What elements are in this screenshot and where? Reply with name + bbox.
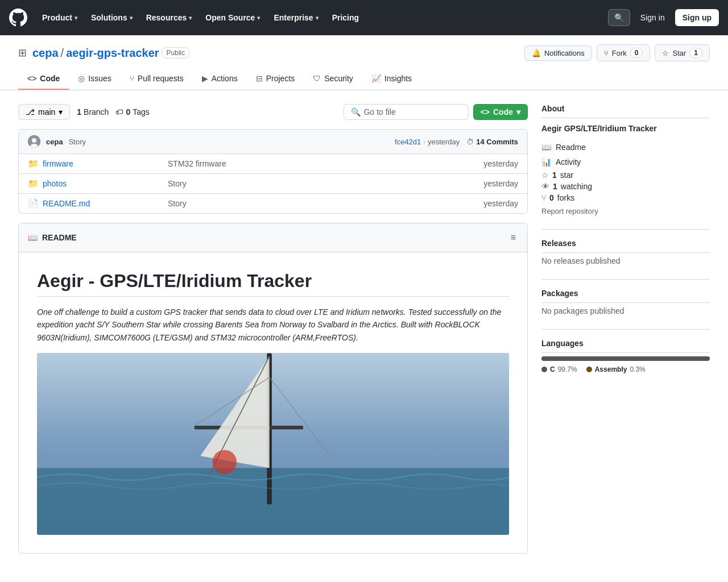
about-stats: 📖 Readme 📊 Activity ☆ 1 star 👁 1 watchin… — [541, 141, 710, 202]
repo-actions: 🔔 Notifications ⑂ Fork 0 ☆ Star 1 — [524, 44, 710, 61]
nav-product[interactable]: Product ▾ — [36, 10, 83, 26]
languages-section: Languages C 99.7% Assembly 0.3% — [541, 339, 710, 373]
commit-author[interactable]: cepa — [46, 138, 63, 146]
branch-count-link[interactable]: 1 Branch — [77, 107, 109, 117]
fork-icon: ⑂ — [541, 193, 546, 202]
branch-count: 1 Branch — [77, 107, 109, 117]
book-icon: 📖 — [28, 233, 38, 242]
play-icon: ▶ — [202, 74, 208, 83]
releases-section: Releases No releases published — [541, 239, 710, 265]
go-to-file-input[interactable]: 🔍 Go to file — [344, 104, 469, 120]
star-icon: ☆ — [662, 49, 669, 57]
graph-icon: 📈 — [371, 74, 381, 83]
branch-meta: 1 Branch 🏷 0 Tags — [77, 107, 149, 117]
fork-icon: ⑂ — [604, 49, 609, 57]
divider-1 — [541, 229, 710, 230]
lang-dot-asm — [586, 367, 592, 372]
star-button[interactable]: ☆ Star 1 — [655, 44, 710, 61]
code-icon: <> — [481, 107, 490, 117]
star-icon: ☆ — [541, 171, 549, 180]
chevron-icon: ▾ — [316, 15, 318, 21]
file-link-firmware[interactable]: firmware — [43, 159, 168, 168]
clock-icon: ⏱ — [466, 138, 474, 146]
repo-tabs: <> Code ◎ Issues ⑂ Pull requests ▶ Actio… — [18, 68, 710, 90]
nav-resources[interactable]: Resources ▾ — [140, 10, 198, 26]
star-count: 1 — [689, 48, 702, 58]
lang-asm-bar — [709, 356, 710, 361]
tag-icon: 🏷 — [115, 107, 123, 117]
commit-hash[interactable]: fce42d1 — [395, 138, 421, 146]
about-description: Aegir GPS/LTE/Iridium Tracker — [541, 124, 710, 133]
table-icon: ⊟ — [256, 74, 263, 83]
sign-in-button[interactable]: Sign in — [635, 10, 671, 26]
file-table: cepa Story fce42d1 · yesterday ⏱ 14 Comm… — [18, 129, 528, 214]
chevron-down-icon: ▾ — [59, 107, 63, 117]
branch-icon: ⎇ — [26, 107, 35, 117]
file-commit-firmware: STM32 firmware — [168, 159, 483, 168]
repo-name-link[interactable]: aegir-gps-tracker — [66, 47, 159, 60]
top-navigation: Product ▾ Solutions ▾ Resources ▾ Open S… — [0, 0, 728, 35]
readme-link[interactable]: 📖 Readme — [541, 141, 710, 153]
pr-icon: ⑂ — [130, 74, 134, 83]
file-icon: 📄 — [28, 198, 37, 209]
nav-items: Product ▾ Solutions ▾ Resources ▾ Open S… — [36, 10, 599, 26]
forks-count: 0 — [549, 193, 554, 202]
fork-button[interactable]: ⑂ Fork 0 — [597, 44, 651, 61]
lang-asm-pct: 0.3% — [630, 365, 645, 373]
language-items: C 99.7% Assembly 0.3% — [541, 365, 710, 373]
top-nav-right: 🔍 Sign in Sign up — [608, 9, 719, 26]
notifications-button[interactable]: 🔔 Notifications — [524, 45, 592, 61]
sign-up-button[interactable]: Sign up — [675, 9, 719, 26]
stars-row: ☆ 1 star — [541, 171, 710, 180]
nav-solutions[interactable]: Solutions ▾ — [85, 10, 138, 26]
chevron-icon: ▾ — [257, 15, 260, 21]
file-link-readme[interactable]: README.md — [43, 199, 168, 208]
repo-title-bar: ⊞ cepa / aegir-gps-tracker Public 🔔 Noti… — [18, 44, 710, 61]
code-dropdown-button[interactable]: <> Code ▾ — [473, 104, 528, 120]
file-commit-photos: Story — [168, 179, 483, 188]
tab-pullrequests[interactable]: ⑂ Pull requests — [121, 68, 193, 90]
readme-image — [37, 353, 509, 535]
repo-owner-link[interactable]: cepa — [32, 47, 59, 60]
file-link-photos[interactable]: photos — [43, 179, 168, 188]
activity-link[interactable]: 📊 Activity — [541, 156, 710, 168]
breadcrumb-separator: / — [61, 47, 64, 60]
nav-enterprise[interactable]: Enterprise ▾ — [268, 10, 324, 26]
tab-code[interactable]: <> Code — [18, 68, 69, 90]
tab-projects[interactable]: ⊟ Projects — [247, 68, 304, 90]
file-time-readme: yesterday — [483, 199, 518, 208]
no-packages-text: No packages published — [541, 306, 710, 315]
chevron-icon: ▾ — [130, 15, 133, 21]
search-icon: 🔍 — [614, 13, 624, 22]
github-logo[interactable] — [9, 9, 27, 27]
tab-issues[interactable]: ◎ Issues — [69, 68, 120, 90]
tab-security[interactable]: 🛡 Security — [304, 68, 362, 90]
about-title: About — [541, 104, 710, 118]
visibility-badge: Public — [162, 47, 191, 59]
lang-asm-label: Assembly — [595, 365, 627, 373]
branch-bar-right: 🔍 Go to file <> Code ▾ — [344, 104, 528, 120]
forks-row: ⑂ 0 forks — [541, 193, 710, 202]
commit-count[interactable]: 14 Commits — [476, 138, 518, 146]
commit-row: cepa Story fce42d1 · yesterday ⏱ 14 Comm… — [19, 130, 527, 154]
chevron-down-icon: ▾ — [516, 107, 520, 117]
eye-icon: 👁 — [541, 182, 549, 191]
packages-section: Packages No packages published — [541, 289, 710, 315]
branch-selector[interactable]: ⎇ main ▾ — [18, 104, 70, 120]
nav-pricing[interactable]: Pricing — [326, 10, 365, 26]
branch-bar-left: ⎇ main ▾ 1 Branch 🏷 0 Tags — [18, 104, 150, 120]
report-repository-link[interactable]: Report repository — [541, 207, 710, 215]
tab-actions[interactable]: ▶ Actions — [193, 68, 247, 90]
branch-name: main — [38, 107, 55, 117]
lang-c-bar — [541, 356, 709, 361]
tab-insights[interactable]: 📈 Insights — [362, 68, 421, 90]
readme-section: 📖 README ≡ Aegir - GPS/LTE/Iridium Track… — [18, 223, 528, 554]
nav-opensource[interactable]: Open Source ▾ — [200, 10, 266, 26]
file-row-photos: 📁 photos Story yesterday — [19, 174, 527, 194]
readme-toc-button[interactable]: ≡ — [508, 230, 518, 245]
chevron-icon: ▾ — [75, 15, 77, 21]
tag-count-link[interactable]: 🏷 0 Tags — [115, 107, 149, 117]
file-row-readme: 📄 README.md Story yesterday — [19, 194, 527, 213]
repo-icon: ⊞ — [18, 47, 27, 59]
search-button[interactable]: 🔍 — [608, 9, 630, 26]
